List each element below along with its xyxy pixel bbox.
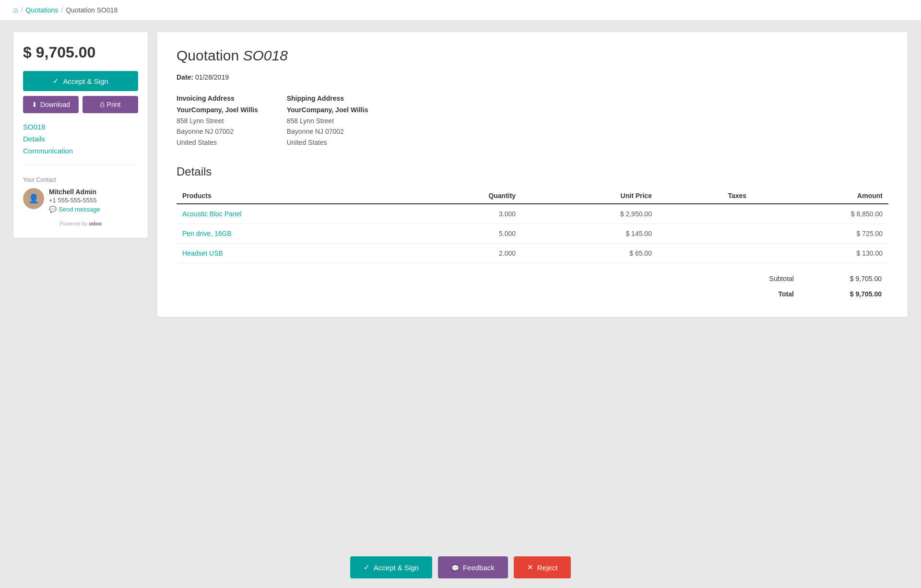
col-header-quantity: Quantity bbox=[400, 188, 521, 204]
download-icon bbox=[32, 101, 37, 108]
subtotal-row: Subtotal $ 9,705.00 bbox=[177, 272, 887, 285]
subtotal-value: $ 9,705.00 bbox=[801, 272, 887, 285]
sidebar: $ 9,705.00 Accept & Sign Download Print … bbox=[13, 32, 148, 238]
table-row: Headset USB 2.000 $ 65.00 $ 130.00 bbox=[177, 244, 888, 263]
download-button[interactable]: Download bbox=[23, 96, 79, 113]
details-section: Details Products Quantity Unit Price Tax… bbox=[177, 165, 888, 302]
invoicing-company: YourCompany, Joel Willis bbox=[177, 106, 258, 114]
powered-by: Powered by odoo bbox=[23, 221, 138, 226]
accept-sign-button-bottom[interactable]: Accept & Sign bbox=[350, 556, 432, 578]
row-unit-price: $ 2,950.00 bbox=[521, 204, 658, 224]
home-icon[interactable]: ⌂ bbox=[13, 6, 18, 14]
sidebar-nav: SO018 Details Communication bbox=[23, 123, 138, 165]
bottom-action-bar: Accept & Sign Feedback Reject bbox=[0, 547, 921, 588]
row-amount: $ 130.00 bbox=[752, 244, 888, 263]
shipping-company: YourCompany, Joel Willis bbox=[287, 106, 368, 114]
speech-bubble-icon bbox=[49, 206, 57, 213]
avatar: 👤 bbox=[23, 188, 44, 209]
product-link[interactable]: Acoustic Bloc Panel bbox=[182, 210, 242, 218]
invoicing-street: 858 Lynn Street bbox=[177, 116, 258, 126]
breadcrumb: ⌂ / Quotations / Quotation SO018 bbox=[0, 0, 921, 21]
breadcrumb-quotations[interactable]: Quotations bbox=[26, 6, 59, 14]
row-quantity: 5.000 bbox=[400, 224, 521, 244]
check-icon-bottom bbox=[364, 563, 370, 572]
quotation-date: Date: 01/28/2019 bbox=[177, 73, 888, 81]
main-content: $ 9,705.00 Accept & Sign Download Print … bbox=[0, 21, 921, 547]
totals-table: Subtotal $ 9,705.00 Total $ 9,705.00 bbox=[177, 271, 888, 302]
col-header-amount: Amount bbox=[752, 188, 888, 204]
shipping-country: United States bbox=[287, 137, 368, 148]
check-icon bbox=[53, 77, 59, 85]
invoicing-address: Invoicing Address YourCompany, Joel Will… bbox=[177, 94, 258, 148]
col-header-products: Products bbox=[177, 188, 400, 204]
shipping-city: Bayonne NJ 07002 bbox=[287, 126, 368, 137]
shipping-address: Shipping Address YourCompany, Joel Willi… bbox=[287, 94, 368, 148]
sidebar-item-so018[interactable]: SO018 bbox=[23, 123, 138, 131]
row-quantity: 2.000 bbox=[400, 244, 521, 263]
invoicing-address-heading: Invoicing Address bbox=[177, 94, 258, 102]
details-heading: Details bbox=[177, 165, 888, 178]
quotation-title: Quotation SO018 bbox=[177, 47, 888, 64]
print-button[interactable]: Print bbox=[83, 96, 138, 113]
products-table: Products Quantity Unit Price Taxes Amoun… bbox=[177, 188, 888, 263]
product-link[interactable]: Headset USB bbox=[182, 249, 223, 257]
row-taxes bbox=[658, 244, 752, 263]
col-header-taxes: Taxes bbox=[658, 188, 752, 204]
accept-sign-button-sidebar[interactable]: Accept & Sign bbox=[23, 71, 138, 91]
product-link[interactable]: Pen drive, 16GB bbox=[182, 230, 232, 237]
your-contact-label: Your Contact bbox=[23, 176, 138, 183]
reject-button[interactable]: Reject bbox=[514, 556, 571, 578]
invoicing-country: United States bbox=[177, 137, 258, 148]
contact-info: 👤 Mitchell Admin +1 555-555-5555 Send me… bbox=[23, 188, 138, 213]
feedback-button[interactable]: Feedback bbox=[438, 556, 508, 578]
sidebar-item-details[interactable]: Details bbox=[23, 135, 138, 143]
row-quantity: 3.000 bbox=[400, 204, 521, 224]
shipping-street: 858 Lynn Street bbox=[287, 116, 368, 126]
total-value: $ 9,705.00 bbox=[801, 286, 887, 301]
sidebar-price: $ 9,705.00 bbox=[23, 44, 138, 61]
shipping-address-heading: Shipping Address bbox=[287, 94, 368, 102]
contact-details: Mitchell Admin +1 555-555-5555 Send mess… bbox=[49, 188, 100, 213]
total-label: Total bbox=[745, 286, 800, 301]
breadcrumb-current: Quotation SO018 bbox=[66, 6, 118, 14]
row-amount: $ 725.00 bbox=[752, 224, 888, 244]
contact-name: Mitchell Admin bbox=[49, 188, 100, 196]
action-buttons-row: Download Print bbox=[23, 96, 138, 113]
row-unit-price: $ 65.00 bbox=[521, 244, 658, 263]
invoicing-city: Bayonne NJ 07002 bbox=[177, 126, 258, 137]
x-icon-bottom bbox=[527, 563, 533, 572]
quotation-panel: Quotation SO018 Date: 01/28/2019 Invoici… bbox=[157, 32, 908, 317]
subtotal-label: Subtotal bbox=[745, 272, 800, 285]
total-row: Total $ 9,705.00 bbox=[177, 286, 887, 301]
row-taxes bbox=[658, 204, 752, 224]
table-row: Acoustic Bloc Panel 3.000 $ 2,950.00 $ 8… bbox=[177, 204, 888, 224]
table-row: Pen drive, 16GB 5.000 $ 145.00 $ 725.00 bbox=[177, 224, 888, 244]
row-unit-price: $ 145.00 bbox=[521, 224, 658, 244]
addresses: Invoicing Address YourCompany, Joel Will… bbox=[177, 94, 888, 148]
col-header-unit-price: Unit Price bbox=[521, 188, 658, 204]
print-icon bbox=[100, 101, 104, 108]
sidebar-item-communication[interactable]: Communication bbox=[23, 147, 138, 155]
speech-icon-bottom bbox=[451, 564, 459, 572]
row-amount: $ 8,850.00 bbox=[752, 204, 888, 224]
contact-phone: +1 555-555-5555 bbox=[49, 197, 100, 204]
odoo-logo: odoo bbox=[89, 221, 102, 226]
send-message-link[interactable]: Send message bbox=[49, 206, 100, 213]
row-taxes bbox=[658, 224, 752, 244]
